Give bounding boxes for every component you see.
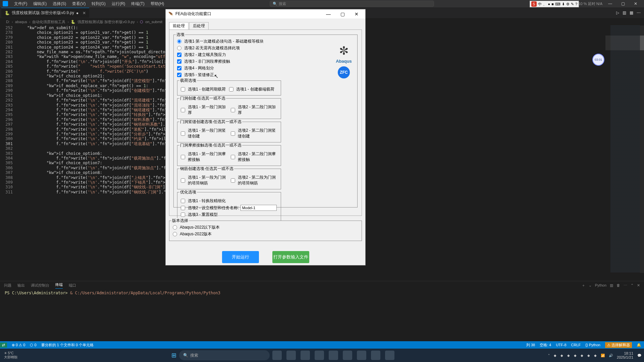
maximize-panel-icon[interactable]: ⌃ [631, 283, 634, 288]
tray-icon-1[interactable]: ◆ [554, 354, 556, 357]
taskbar-app-1[interactable] [272, 351, 282, 360]
run-button[interactable]: 开始运行 [222, 251, 259, 263]
terminal-lang[interactable]: Python [595, 283, 606, 287]
menu-edit[interactable]: 编辑(E) [33, 1, 47, 7]
taskbar-search[interactable]: 🔍 搜索 [179, 350, 270, 360]
tray-icon-6[interactable]: ◆ [587, 354, 590, 357]
opt4-check[interactable] [177, 66, 181, 70]
ime-toolbar[interactable]: S 中 、 ● ■ ⌨ ⬇ ⚙ ✎ ? [530, 1, 579, 7]
status-eol[interactable]: CRLF [571, 343, 581, 347]
editor-tab[interactable]: 🐍 强度校核测试版·加密分析版v0.9.py ● ✕ [1, 8, 89, 18]
ver2-radio[interactable] [173, 232, 177, 236]
status-col[interactable]: 列 38 [526, 343, 535, 348]
status-interpreter[interactable]: ⚠ 选择解释器 [605, 342, 632, 348]
ime-i8[interactable]: ? [575, 2, 577, 6]
dialog-close-button[interactable]: ✕ [351, 11, 363, 17]
tab-ports[interactable]: 端口 [69, 283, 76, 288]
open-params-button[interactable]: 打开参数输入文件 [272, 251, 309, 263]
door-s1-check[interactable] [181, 131, 185, 136]
status-errors[interactable]: ⊗ 0 ⚠ 0 [12, 343, 25, 347]
ime-i4[interactable]: ⌨ [555, 2, 560, 6]
taskbar-app-3[interactable] [301, 351, 310, 360]
tray-notif-icon[interactable]: 💬 [637, 354, 641, 357]
bc-file[interactable]: 强度校核测试版·加密分析版v0.9.py [77, 19, 135, 24]
rebar1-check[interactable] [181, 178, 185, 183]
optim1-check[interactable] [181, 199, 185, 203]
door-f2-check[interactable] [231, 155, 235, 159]
tab-debug[interactable]: 调试控制台 [31, 283, 49, 288]
model-name-input[interactable] [240, 205, 277, 211]
status-indent[interactable]: 空格: 4 [540, 343, 551, 348]
more-icon[interactable]: ⋯ [637, 10, 641, 15]
bc-abaqus[interactable]: abaqus [15, 20, 27, 24]
dialog-maximize-button[interactable]: ▢ [336, 11, 348, 17]
optim2-check[interactable] [181, 206, 185, 210]
taskbar-weather[interactable]: ☀ 5°C 大部晴朗 [3, 351, 17, 360]
minimap-viewport[interactable] [605, 36, 644, 50]
menu-select[interactable]: 选择(S) [53, 1, 66, 7]
taskbar-app-5[interactable] [329, 351, 338, 360]
more-terminal-icon[interactable]: ⋯ [624, 283, 627, 288]
opt2-check[interactable] [177, 53, 181, 57]
split-icon[interactable]: ▥ [623, 10, 626, 15]
taskbar-app-9[interactable] [385, 351, 394, 360]
bc-tool[interactable]: 自动化强度校核工具 [32, 19, 65, 24]
command-center-input[interactable]: 🔍 搜索 [270, 1, 434, 7]
status-notif-icon[interactable]: 🔔 [637, 343, 641, 347]
menu-terminal[interactable]: 终端(T) [131, 1, 144, 7]
load2-check[interactable] [229, 87, 233, 92]
menu-go[interactable]: 转到(G) [92, 1, 105, 7]
tray-icon-5[interactable]: ◆ [581, 354, 583, 357]
ime-i2[interactable]: ● [548, 2, 550, 6]
menu-file[interactable]: 文件(F) [14, 1, 27, 7]
run-icon[interactable]: ▷ [616, 10, 619, 15]
opt1b-radio[interactable] [177, 46, 181, 50]
timer-widget[interactable]: 03:01 [592, 54, 604, 66]
scrollbar-thumb[interactable] [640, 36, 644, 50]
menu-view[interactable]: 查看(V) [72, 1, 86, 7]
tray-icon-7[interactable]: ◆ [594, 354, 597, 357]
door-s2-check[interactable] [231, 131, 235, 136]
taskbar-app-6[interactable] [343, 351, 352, 360]
tray-wifi-icon[interactable]: 📶 [601, 354, 605, 357]
bc-d[interactable]: D: [6, 20, 10, 24]
scrollbar-track[interactable] [640, 25, 644, 273]
tray-up-icon[interactable]: ˄ [548, 354, 550, 357]
load1-check[interactable] [181, 87, 185, 92]
tab-postprocess[interactable]: 后处理 [189, 22, 209, 30]
status-lang[interactable]: {} Python [585, 343, 600, 347]
taskbar-app-7[interactable] [357, 351, 366, 360]
ime-i3[interactable]: ■ [551, 2, 554, 6]
ime-i5[interactable]: ⬇ [562, 2, 565, 6]
door-f1-check[interactable] [181, 155, 185, 159]
start-icon[interactable]: ⊞ [171, 352, 176, 359]
tab-problems[interactable]: 问题 [4, 283, 11, 288]
ver1-radio[interactable] [173, 225, 177, 230]
ime-i1[interactable]: 、 [543, 2, 547, 7]
tab-close-icon[interactable]: ✕ [83, 11, 86, 15]
tray-icon-4[interactable]: ◆ [574, 354, 577, 357]
maximize-button[interactable]: ▢ [617, 1, 629, 6]
remote-icon[interactable]: ⇄ [0, 343, 7, 348]
menu-help[interactable]: 帮助(H) [151, 1, 164, 7]
close-button[interactable]: ✕ [630, 1, 641, 6]
ime-i7[interactable]: ✎ [571, 2, 574, 6]
terminal-body[interactable]: PS C:\Users\Administrator> & C:/Users/Ad… [0, 289, 644, 297]
new-terminal-icon[interactable]: ＋ [582, 283, 585, 288]
trash-icon[interactable]: 🗑 [616, 283, 620, 287]
status-ports[interactable]: ⬡ 0 [30, 343, 36, 347]
close-panel-icon[interactable]: ✕ [637, 283, 640, 288]
ime-i6[interactable]: ⚙ [566, 2, 570, 6]
tab-preprocess[interactable]: 前处理 [169, 22, 189, 30]
taskbar-app-4[interactable] [315, 351, 324, 360]
door-c2-check[interactable] [231, 108, 235, 112]
rebar2-check[interactable] [231, 178, 235, 183]
minimize-button[interactable]: — [604, 1, 616, 6]
tray-icon-3[interactable]: ◆ [567, 354, 570, 357]
door-c1-check[interactable] [181, 108, 185, 112]
taskbar-app-8[interactable] [371, 351, 380, 360]
optim3-check[interactable] [181, 213, 185, 217]
terminal-dropdown-icon[interactable]: ⌄ [589, 283, 592, 288]
opt1-radio[interactable] [177, 39, 181, 44]
minimap[interactable] [605, 25, 644, 273]
